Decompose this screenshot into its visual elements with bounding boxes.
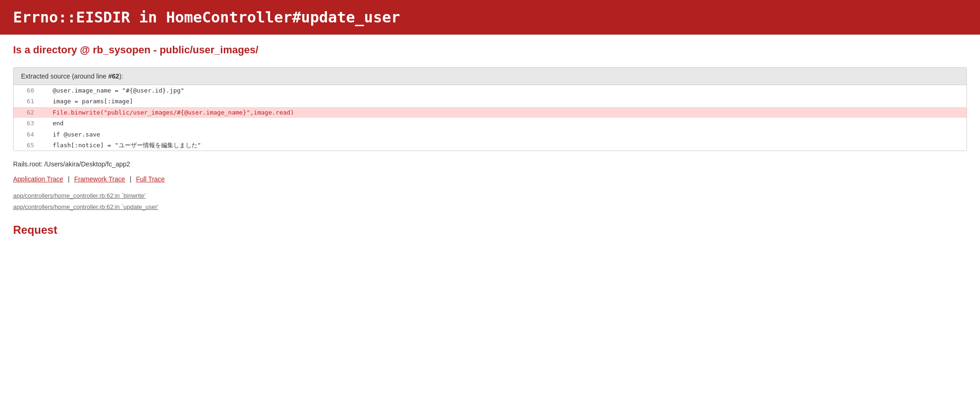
line-content: end — [42, 118, 67, 129]
page-title: Errno::EISDIR in HomeController#update_u… — [13, 8, 967, 26]
line-number: 64 — [14, 129, 42, 140]
full-trace-link[interactable]: Full Trace — [136, 175, 164, 183]
line-number: 61 — [14, 96, 42, 107]
line-content: File.binwrite("public/user_images/#{@use… — [42, 107, 298, 118]
line-content: if @user.save — [42, 129, 104, 140]
source-box: Extracted source (around line #62): 60 @… — [13, 67, 967, 151]
header-bar: Errno::EISDIR in HomeController#update_u… — [0, 0, 980, 35]
separator-1: | — [68, 175, 70, 183]
table-row: 65 flash[:notice] = "ユーザー情報を編集しました" — [14, 140, 966, 151]
line-number: 62 — [14, 107, 42, 118]
table-row: 63 end — [14, 118, 966, 129]
rails-root-label: Rails.root: — [13, 160, 43, 168]
source-label-end: ): — [119, 72, 123, 80]
list-item[interactable]: app/controllers/home_controller.rb:62:in… — [13, 190, 967, 201]
rails-root-path: /Users/akira/Desktop/fc_app2 — [43, 160, 130, 168]
source-label: Extracted source (around line — [21, 72, 108, 80]
separator-2: | — [130, 175, 132, 183]
line-content: image = params[:image] — [42, 96, 137, 107]
source-header: Extracted source (around line #62): — [14, 68, 966, 85]
line-number: 65 — [14, 140, 42, 151]
source-code: 60 @user.image_name = "#{@user.id}.jpg"6… — [14, 85, 966, 151]
rails-root: Rails.root: /Users/akira/Desktop/fc_app2 — [13, 160, 967, 168]
table-row: 62 File.binwrite("public/user_images/#{@… — [14, 107, 966, 118]
table-row: 61 image = params[:image] — [14, 96, 966, 107]
table-row: 64 if @user.save — [14, 129, 966, 140]
line-content: flash[:notice] = "ユーザー情報を編集しました" — [42, 140, 205, 151]
source-line-number: #62 — [108, 72, 119, 80]
request-heading: Request — [13, 223, 967, 237]
line-content: @user.image_name = "#{@user.id}.jpg" — [42, 85, 188, 96]
error-description: Is a directory @ rb_sysopen - public/use… — [13, 44, 967, 56]
list-item[interactable]: app/controllers/home_controller.rb:62:in… — [13, 201, 967, 212]
trace-links: Application Trace | Framework Trace | Fu… — [13, 175, 967, 183]
line-number: 60 — [14, 85, 42, 96]
framework-trace-link[interactable]: Framework Trace — [74, 175, 125, 183]
line-number: 63 — [14, 118, 42, 129]
application-trace-link[interactable]: Application Trace — [13, 175, 63, 183]
table-row: 60 @user.image_name = "#{@user.id}.jpg" — [14, 85, 966, 96]
trace-list: app/controllers/home_controller.rb:62:in… — [13, 190, 967, 212]
